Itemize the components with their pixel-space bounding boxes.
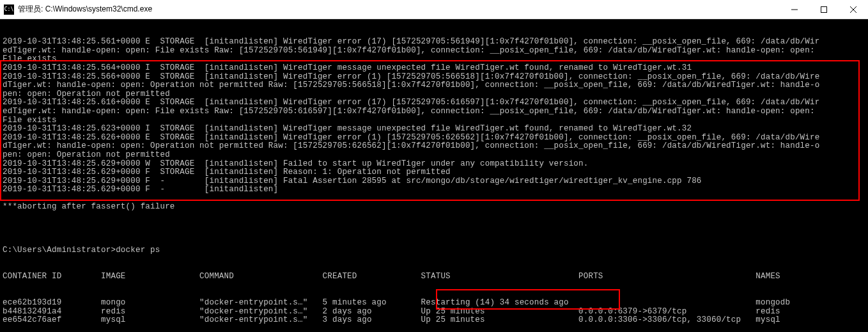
cmd-icon: C:\ [4, 4, 14, 15]
cmd-icon-glyph: C:\ [4, 6, 13, 12]
log-line: 2019-10-31T13:48:25.616+0000 E STORAGE [… [3, 99, 865, 107]
title-left: C:\ 管理员: C:\Windows\system32\cmd.exe [4, 4, 152, 15]
log-line: 2019-10-31T13:48:25.626+0000 E STORAGE [… [3, 134, 865, 143]
maximize-button[interactable] [809, 0, 839, 19]
table-row: ece62b193d19 mongo "docker-entrypoint.s…… [3, 299, 865, 308]
log-line: pen: open: Operation not permitted [3, 90, 865, 99]
prompt-line-1: C:\Users\Administrator>docker ps [3, 246, 865, 255]
log-line: ***aborting after fassert() failure [3, 203, 865, 212]
svg-rect-1 [821, 7, 827, 13]
log-line: File exists [3, 55, 865, 64]
command-1: docker ps [116, 246, 160, 255]
log-line: edTiger.wt: handle-open: open: File exis… [3, 107, 865, 116]
log-line: 2019-10-31T13:48:25.629+0000 F - [initan… [3, 186, 865, 194]
table-row: b448132491a4 redis "docker-entrypoint.s…… [3, 308, 865, 317]
log-line: 2019-10-31T13:48:25.629+0000 F STORAGE [… [3, 168, 865, 177]
table-row: ee6542c76aef mysql "docker-entrypoint.s…… [3, 316, 865, 325]
log-line: 2019-10-31T13:48:25.629+0000 W STORAGE [… [3, 160, 865, 169]
log-line: 2019-10-31T13:48:25.561+0000 E STORAGE [… [3, 38, 865, 47]
log-line: File exists [3, 116, 865, 125]
prompt-1: C:\Users\Administrator> [3, 246, 116, 255]
window-title: 管理员: C:\Windows\system32\cmd.exe [18, 4, 152, 15]
log-line: dTiger.wt: handle-open: open: Operation … [3, 81, 865, 90]
title-bar: C:\ 管理员: C:\Windows\system32\cmd.exe [0, 0, 868, 19]
docker-rows: ece62b193d19 mongo "docker-entrypoint.s…… [3, 299, 865, 325]
log-line: 2019-10-31T13:48:25.629+0000 F - [initan… [3, 177, 865, 186]
log-output: 2019-10-31T13:48:25.561+0000 E STORAGE [… [3, 38, 865, 229]
log-line: dTiger.wt: handle-open: open: Operation … [3, 142, 865, 151]
log-line: 2019-10-31T13:48:25.566+0000 E STORAGE [… [3, 73, 865, 82]
log-line: 2019-10-31T13:48:25.623+0000 I STORAGE [… [3, 125, 865, 134]
log-line [3, 212, 865, 221]
docker-header: CONTAINER ID IMAGE COMMAND CREATED STATU… [3, 273, 865, 281]
window-controls [780, 0, 868, 19]
log-line: pen: open: Operation not permitted [3, 151, 865, 160]
log-line: 2019-10-31T13:48:25.564+0000 I STORAGE [… [3, 64, 865, 73]
log-line [3, 194, 865, 203]
close-button[interactable] [839, 0, 868, 19]
log-line [3, 221, 865, 230]
log-line: edTiger.wt: handle-open: open: File exis… [3, 47, 865, 56]
terminal[interactable]: 2019-10-31T13:48:25.561+0000 E STORAGE [… [0, 19, 868, 332]
minimize-button[interactable] [780, 0, 809, 19]
